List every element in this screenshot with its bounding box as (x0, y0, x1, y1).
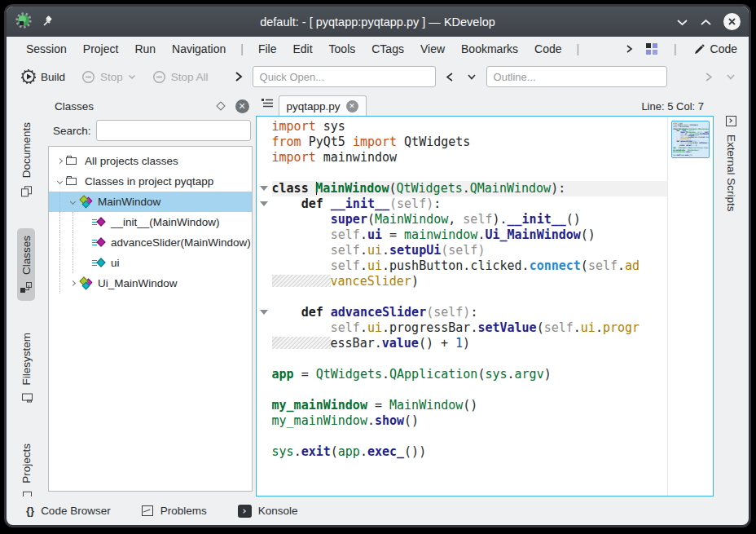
dock-tab-classes[interactable]: Classes (17, 228, 35, 301)
stop-all-button[interactable]: Stop All (147, 68, 213, 86)
code-line[interactable] (272, 289, 667, 305)
tree-item-advanceslider-mainwindow-[interactable]: advanceSlider(MainWindow) (49, 232, 252, 253)
panel-close-icon[interactable]: ✕ (235, 99, 249, 113)
code-line[interactable]: def __init__(self): (272, 196, 667, 212)
stop-button-label: Stop (100, 71, 123, 83)
code-line[interactable] (272, 165, 667, 181)
code-editor[interactable]: import sysfrom PyQt5 import QtWidgetsimp… (256, 116, 714, 496)
minimize-button[interactable] (676, 18, 688, 26)
panel-detach-icon[interactable] (216, 101, 225, 110)
tree-item-mainwindow[interactable]: MainWindow (49, 192, 252, 212)
classes-search-input[interactable] (96, 120, 251, 141)
menu-item-navigation[interactable]: Navigation (164, 40, 234, 58)
classes-panel: Classes ✕ Search: All projects classesCl… (45, 92, 256, 496)
konsole-icon (238, 505, 252, 518)
tree-item-label: __init__(MainWindow) (111, 216, 220, 228)
document-list-icon[interactable] (261, 97, 274, 112)
expander-expanded-icon[interactable] (54, 179, 66, 183)
menu-item-edit[interactable]: Edit (284, 40, 320, 58)
code-line[interactable]: def advanceSlider(self): (272, 305, 667, 320)
expander-collapsed-icon[interactable] (54, 159, 66, 163)
stop-button[interactable]: Stop (77, 68, 141, 86)
dock-tab-label: Filesystem (20, 333, 32, 386)
code-line[interactable]: my_mainWindow.show() (272, 413, 667, 429)
statusbar-item-code-browser[interactable]: {}Code Browser (26, 505, 111, 517)
code-line[interactable]: app = QtWidgets.QApplication(sys.argv) (272, 367, 667, 382)
close-button[interactable] (723, 13, 741, 30)
code-line[interactable]: my_mainWindow = MainWindow() (272, 398, 667, 413)
right-dock-tabbar: External Scripts (714, 92, 749, 496)
outline-input[interactable] (486, 66, 667, 87)
kdevelop-logo-icon (15, 11, 33, 33)
code-line[interactable]: import mainwindow (272, 150, 667, 165)
menu-item-bookmarks[interactable]: Bookmarks (453, 40, 526, 58)
code-line[interactable]: app = QtWidgets.QApplication(sys.argv) (673, 148, 708, 149)
code-line[interactable]: class MainWindow(QtWidgets.QMainWindow): (272, 181, 667, 196)
code-line[interactable]: self.ui.progressBar.setValue(self.ui.pro… (272, 320, 667, 336)
statusbar-item-konsole[interactable]: Konsole (238, 505, 298, 518)
tree-indent (59, 232, 67, 253)
code-line[interactable] (272, 429, 667, 444)
menu-item-view[interactable]: View (412, 40, 453, 58)
dock-tab-documents[interactable]: Documents (17, 115, 35, 204)
tree-item-ui-mainwindow[interactable]: Ui_MainWindow (49, 273, 252, 293)
minimap-viewport[interactable]: import sysfrom PyQt5 import QtWidgetsimp… (671, 121, 710, 158)
dock-tab-filesystem[interactable]: Filesystem (17, 325, 35, 412)
class-icon (79, 276, 94, 290)
menu-item-tools[interactable]: Tools (321, 40, 364, 58)
prev-chevron-icon[interactable] (442, 72, 457, 82)
minimap-scrollbar[interactable]: import sysfrom PyQt5 import QtWidgetsimp… (667, 117, 713, 496)
dock-tab-projects[interactable]: Projects (17, 436, 35, 496)
titlebar[interactable]: default: - [ pyqtapp:pyqtapp.py ] — KDev… (7, 7, 749, 37)
code-line[interactable]: import sys (272, 119, 667, 135)
menu-item-ctags[interactable]: CTags (363, 40, 412, 58)
maximize-button[interactable] (700, 18, 712, 26)
down-chevron-icon[interactable] (464, 73, 480, 81)
code-line[interactable]: from PyQt5 import QtWidgets (272, 135, 667, 150)
menu-overflow-chevron-icon[interactable] (622, 44, 636, 54)
code-area-button[interactable]: Code (693, 42, 737, 55)
code-line[interactable]: sys.exit(app.exec_()) (272, 444, 667, 460)
statusbar-item-problems[interactable]: Problems (142, 505, 207, 517)
stop-all-icon (152, 70, 166, 84)
expander-collapsed-icon[interactable] (67, 281, 79, 285)
fold-marker-icon[interactable] (260, 310, 268, 315)
menu-item-run[interactable]: Run (126, 40, 164, 58)
fold-marker-icon[interactable] (260, 186, 268, 191)
code-line[interactable]: super(MainWindow, self).__init__() (272, 212, 667, 227)
tab-external-scripts[interactable]: External Scripts (723, 110, 741, 217)
toolbar-expand-chevron-icon[interactable] (231, 71, 246, 82)
code-line[interactable]: self.ui.setupUi(self) (272, 243, 667, 258)
area-switcher-grid-icon[interactable] (646, 43, 657, 55)
wrap-indicator (272, 337, 331, 349)
code-line[interactable]: self.ui = mainwindow.Ui_MainWindow() (272, 227, 667, 243)
menu-item-session[interactable]: Session (18, 40, 75, 58)
tree-item--init-mainwindow-[interactable]: __init__(MainWindow) (49, 212, 252, 232)
code-line[interactable] (272, 382, 667, 398)
external-scripts-icon (725, 115, 738, 128)
menu-item-file[interactable]: File (250, 40, 285, 58)
menu-item-code[interactable]: Code (526, 40, 569, 58)
tree-item-ui[interactable]: ui (49, 253, 252, 273)
wrap-indicator (673, 138, 679, 139)
menu-item-project[interactable]: Project (75, 40, 127, 58)
code-content[interactable]: import sysfrom PyQt5 import QtWidgetsimp… (272, 117, 667, 496)
quick-open-input[interactable] (253, 66, 436, 87)
window-title: default: - [ pyqtapp:pyqtapp.py ] — KDev… (178, 15, 578, 29)
fold-marker-icon[interactable] (260, 201, 268, 206)
code-line[interactable]: vanceSlider) (272, 274, 667, 289)
expander-expanded-icon[interactable] (67, 200, 79, 204)
build-button[interactable]: Build (16, 67, 70, 86)
pin-icon[interactable] (41, 15, 54, 29)
classes-panel-title: Classes (55, 100, 94, 113)
tree-item-all-projects-classes[interactable]: All projects classes (49, 151, 252, 171)
tab-close-icon[interactable]: ✕ (346, 100, 358, 113)
tree-item-label: All projects classes (85, 155, 178, 167)
code-line[interactable]: essBar.value() + 1) (272, 336, 667, 351)
tree-item-classes-in-project-pyqtapp[interactable]: Classes in project pyqtapp (49, 171, 252, 192)
dropdown-chevron-disabled-icon (723, 73, 739, 81)
tab-pyqtapp-py[interactable]: pyqtapp.py ✕ (279, 95, 367, 116)
code-line[interactable] (272, 351, 667, 367)
code-line[interactable]: sys.exit(app.exec_()) (673, 155, 708, 157)
code-line[interactable]: self.ui.pushButton.clicked.connect(self.… (272, 258, 667, 274)
